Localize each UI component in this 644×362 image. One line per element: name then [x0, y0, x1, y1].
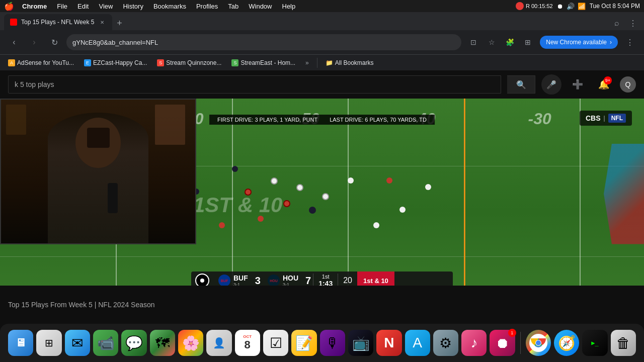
menu-bookmarks[interactable]: Bookmarks [149, 3, 190, 10]
avatar-initial: Q [625, 80, 631, 88]
folder-icon: 📁 [326, 59, 333, 66]
yt-search-input[interactable]: k 5 top plays [8, 75, 501, 94]
menu-window[interactable]: Window [245, 3, 276, 10]
dock-systemprefs[interactable]: ⚙ [433, 330, 458, 356]
tab-controls: ⌕ ⋮ [610, 16, 640, 30]
dock-finder[interactable]: 🖥 [8, 330, 33, 356]
new-chrome-arrow: › [610, 39, 612, 46]
play-clock: 20 [343, 276, 352, 285]
dock-calendar[interactable]: OCT 8 [235, 330, 260, 356]
apple-menu[interactable]: 🍎 [4, 2, 14, 11]
player-white-1 [271, 177, 278, 185]
play-clock-section: 20 [338, 276, 357, 285]
player-white-6 [399, 207, 406, 213]
forward-button[interactable]: › [26, 34, 42, 50]
dock-appletv[interactable]: 📺 [348, 330, 373, 356]
bookmark-button[interactable]: ☆ [484, 34, 500, 50]
contacts-icon: 👤 [213, 337, 225, 349]
screen-record-icon [516, 2, 524, 10]
tab-bar: Top 15 Plays - NFL Week 5 ✕ + ⌕ ⋮ [0, 12, 644, 30]
search-icon: 🔍 [516, 80, 526, 89]
dock-music[interactable]: ♪ [461, 330, 487, 356]
address-actions: ⊡ ☆ 🧩 ⊞ [465, 34, 536, 50]
tab-close-button[interactable]: ✕ [98, 18, 106, 26]
reload-button[interactable]: ↻ [46, 34, 62, 50]
dock-safari[interactable]: 🧭 [554, 330, 579, 356]
dock-terminal[interactable]: ▶_ [582, 330, 607, 356]
dock-launchpad[interactable]: ⊞ [36, 330, 61, 356]
dock-chrome[interactable] [526, 330, 551, 356]
datetime-display: Tue Oct 8 5:04 PM [590, 3, 640, 10]
mic-icon: 🎤 [546, 80, 556, 89]
yt-search-button[interactable]: 🔍 [507, 75, 535, 94]
news-icon: N [384, 335, 394, 351]
back-button[interactable]: ‹ [6, 34, 22, 50]
tab-favicon [10, 19, 17, 26]
dock-facetime[interactable]: 📹 [93, 330, 118, 356]
dock-maps[interactable]: 🗺 [150, 330, 175, 356]
all-bookmarks-folder[interactable]: 📁 All Bookmarks [321, 57, 378, 68]
maps-icon: 🗺 [155, 335, 170, 351]
bookmark-ezcast[interactable]: E EZCast-Happy Ca... [80, 57, 151, 68]
calendar-date: 8 [245, 339, 251, 351]
tab-search-button[interactable]: ⌕ [610, 16, 624, 30]
yt-right-icons: ➕ 🔔 9+ Q [568, 74, 636, 95]
menu-chrome[interactable]: Chrome [18, 3, 51, 10]
dock-podcasts[interactable]: 🎙 [320, 330, 345, 356]
menu-profiles[interactable]: Profiles [192, 3, 222, 10]
tab-more-button[interactable]: ⋮ [626, 16, 640, 30]
yard-num-30b: -30 [528, 110, 551, 128]
bookmarks-divider [317, 58, 317, 68]
dock-photos[interactable]: 🌸 [178, 330, 203, 356]
microphone [108, 183, 118, 213]
dock-mail[interactable]: ✉ [65, 330, 90, 356]
yt-profile-avatar[interactable]: Q [620, 76, 636, 93]
notification-badge: 9+ [604, 76, 612, 84]
bookmark-adsense[interactable]: A AdSense for YouTu... [4, 57, 78, 68]
capture-icon: ⏺ [496, 335, 510, 351]
yt-notifications-button[interactable]: 🔔 9+ [594, 74, 614, 95]
below-video-area: Top 15 Plays From Week 5 | NFL 2024 Seas… [0, 286, 644, 324]
dock-appstore[interactable]: A [405, 330, 430, 356]
music-icon: ♪ [470, 335, 477, 351]
dock-screencapture[interactable]: ⏺ 1 [490, 330, 515, 356]
dock-reminders[interactable]: ☑ [263, 330, 288, 356]
dock-notes[interactable]: 📝 [291, 330, 316, 356]
dock-messages[interactable]: 💬 [121, 330, 146, 356]
url-bar[interactable]: gYNcE8g0&ab_channel=NFL [66, 34, 461, 50]
bookmark-streameast-favicon: S [231, 59, 238, 66]
more-bookmarks-button[interactable]: » [301, 57, 313, 68]
menu-edit[interactable]: Edit [73, 3, 93, 10]
bookmark-streameast[interactable]: S StreamEast - Hom... [227, 57, 299, 68]
dock: 🖥 ⊞ ✉ 📹 💬 🗺 🌸 👤 OCT 8 ☑ 📝 🎙 📺 N A ⚙ [0, 324, 644, 362]
address-bar: ‹ › ↻ gYNcE8g0&ab_channel=NFL ⊡ ☆ 🧩 ⊞ Ne… [0, 30, 644, 54]
new-chrome-button[interactable]: New Chrome available › [540, 36, 618, 49]
cast-button[interactable]: ⊡ [465, 34, 481, 50]
cbs-label: CBS [586, 114, 601, 122]
new-tab-button[interactable]: + [112, 16, 126, 30]
dock-contacts[interactable]: 👤 [206, 330, 231, 356]
reminders-icon: ☑ [270, 335, 282, 351]
dock-news[interactable]: N [376, 330, 401, 356]
hou-logo: HOU [268, 275, 280, 287]
menu-tab[interactable]: Tab [224, 3, 243, 10]
dock-trash[interactable]: 🗑 [611, 330, 636, 356]
player-white-2 [296, 184, 303, 191]
terminal-icon: ▶_ [591, 339, 598, 346]
menu-view[interactable]: View [95, 3, 117, 10]
menu-file[interactable]: File [53, 3, 71, 10]
menu-help[interactable]: Help [278, 3, 300, 10]
extensions-button[interactable]: 🧩 [502, 34, 518, 50]
bookmark-stream[interactable]: S Stream Quinnzone... [153, 57, 225, 68]
yt-mic-button[interactable]: 🎤 [541, 74, 561, 95]
downloads-button[interactable]: ⊞ [520, 34, 536, 50]
appstore-icon: A [413, 335, 422, 351]
menu-history[interactable]: History [119, 3, 147, 10]
active-tab[interactable]: Top 15 Plays - NFL Week 5 ✕ [4, 14, 112, 30]
chrome-menu-button[interactable]: ⋮ [622, 34, 638, 50]
bookmark-stream-label: Stream Quinnzone... [166, 59, 221, 66]
team-logo-bg [604, 144, 644, 244]
player-dark-5 [232, 166, 238, 172]
yt-create-button[interactable]: ➕ [568, 74, 588, 95]
drive-info-bar: FIRST DRIVE: 3 PLAYS, 1 YARD, PUNT LAST … [209, 115, 435, 125]
